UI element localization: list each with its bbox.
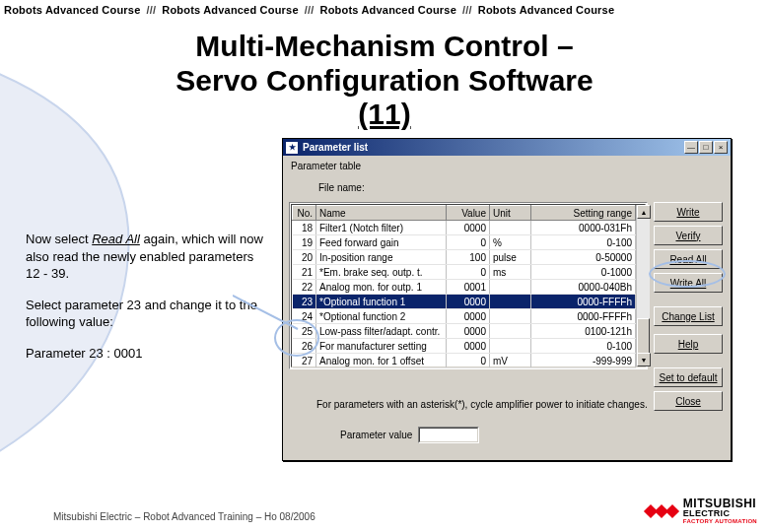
write-all-button[interactable]: Write All	[654, 273, 723, 293]
change-list-button[interactable]: Change List	[654, 306, 723, 326]
col-name[interactable]: Name	[316, 206, 447, 221]
set-to-default-button[interactable]: Set to default	[654, 367, 723, 387]
table-row[interactable]: 27Analog mon. for 1 offset0mV-999-999	[293, 354, 636, 368]
parameter-value-input[interactable]	[418, 427, 479, 443]
file-name-label: File name:	[318, 182, 365, 193]
parameter-list-window: ★ Parameter list — □ × Parameter table F…	[282, 138, 732, 461]
close-button[interactable]: Close	[654, 391, 723, 411]
scroll-thumb[interactable]	[637, 318, 650, 354]
param-table-label: Parameter table	[291, 161, 361, 171]
scroll-up-icon[interactable]: ▲	[637, 205, 651, 219]
write-button[interactable]: Write	[654, 202, 723, 222]
diamond-icon	[646, 506, 677, 516]
table-row[interactable]: 21*Em. brake seq. outp. t.0ms0-1000	[293, 265, 636, 280]
mitsubishi-logo: MITSUBISHI ELECTRIC FACTORY AUTOMATION	[646, 498, 757, 524]
table-row[interactable]: 26For manufacturer setting00000-100	[293, 339, 636, 354]
amplifier-note: For parameters with an asterisk(*), cycl…	[316, 399, 656, 410]
help-button[interactable]: Help	[654, 334, 723, 354]
window-titlebar: ★ Parameter list — □ ×	[283, 139, 731, 156]
table-row[interactable]: 22Analog mon. for outp. 100010000-040Bh	[293, 280, 636, 295]
col-no[interactable]: No.	[293, 206, 316, 221]
minimize-button[interactable]: —	[684, 141, 698, 154]
table-row[interactable]: 24*Optional function 200000000-FFFFh	[293, 309, 636, 324]
maximize-button[interactable]: □	[699, 141, 713, 154]
table-row[interactable]: 18Filter1 (Notch filter)00000000-031Fh	[293, 221, 636, 235]
parameter-value-label: Parameter value	[340, 430, 412, 440]
window-title: Parameter list	[303, 142, 684, 153]
parameter-table[interactable]: No. Name Value Unit Setting range 18Filt…	[289, 202, 648, 369]
parameter-value-row: Parameter value	[340, 427, 479, 443]
side-button-panel: WriteVerifyRead AllWrite AllChange ListH…	[654, 202, 723, 411]
app-icon: ★	[286, 142, 298, 154]
instruction-text: Now select Read All again, which will no…	[26, 231, 264, 375]
vertical-scrollbar[interactable]: ▲ ▼	[636, 205, 650, 366]
course-ribbon-text: Robots Advanced Course///Robots Advanced…	[0, 4, 769, 16]
scroll-down-icon[interactable]: ▼	[637, 353, 651, 366]
slide-title: Multi-Mechanism Control – Servo Configur…	[0, 30, 769, 132]
close-button[interactable]: ×	[714, 141, 728, 154]
verify-button[interactable]: Verify	[654, 226, 723, 245]
col-unit[interactable]: Unit	[490, 206, 531, 221]
col-range[interactable]: Setting range	[531, 206, 636, 221]
table-row[interactable]: 20In-position range100pulse0-50000	[293, 250, 636, 265]
col-value[interactable]: Value	[447, 206, 490, 221]
top-ribbon: Robots Advanced Course///Robots Advanced…	[0, 4, 769, 24]
table-row[interactable]: 19Feed forward gain0%0-100	[293, 235, 636, 250]
slide-root: Robots Advanced Course///Robots Advanced…	[0, 0, 769, 532]
read-all-button[interactable]: Read All	[654, 249, 723, 269]
table-row[interactable]: 25Low-pass filter/adapt. contr.00000100-…	[293, 324, 636, 339]
slide-footer: Mitsubishi Electric – Robot Advanced Tra…	[53, 511, 315, 522]
table-row[interactable]: 23*Optional function 100000000-FFFFh	[293, 295, 636, 309]
